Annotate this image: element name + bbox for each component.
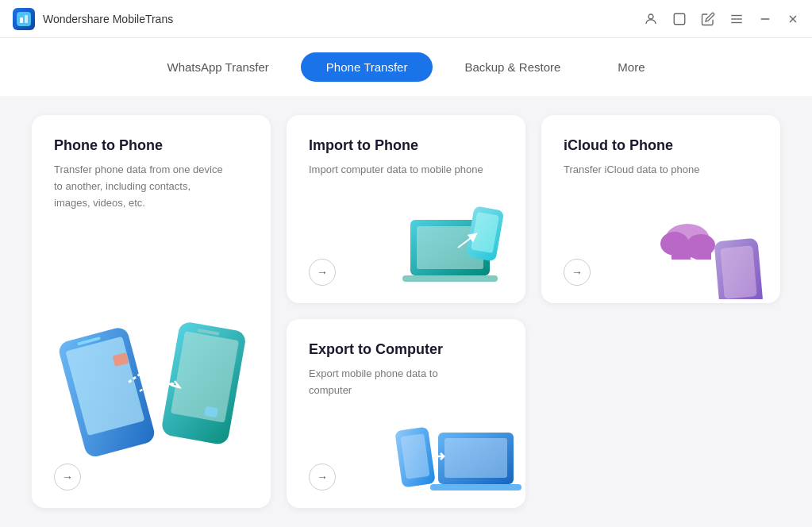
svg-rect-2 bbox=[25, 15, 28, 23]
phone-to-phone-illustration bbox=[46, 284, 260, 467]
card-export-arrow[interactable]: → bbox=[309, 464, 336, 490]
svg-point-3 bbox=[648, 14, 653, 19]
svg-rect-21 bbox=[402, 275, 498, 282]
card-import-to-phone[interactable]: Import to Phone Import computer data to … bbox=[287, 115, 525, 303]
card-icloud-to-phone[interactable]: iCloud to Phone Transfer iCloud data to … bbox=[541, 115, 780, 303]
card-icloud-title: iCloud to Phone bbox=[564, 137, 758, 154]
card-import-desc: Import computer data to mobile phone bbox=[309, 162, 483, 179]
nav-bar: WhatsApp Transfer Phone Transfer Backup … bbox=[0, 38, 812, 96]
card-phone-to-phone[interactable]: Phone to Phone Transfer phone data from … bbox=[32, 115, 271, 508]
tab-more[interactable]: More bbox=[592, 52, 670, 82]
app-icon bbox=[13, 8, 35, 30]
cards-grid: Phone to Phone Transfer phone data from … bbox=[32, 115, 780, 508]
card-phone-to-phone-title: Phone to Phone bbox=[54, 137, 248, 154]
import-illustration bbox=[394, 196, 521, 299]
minimize-icon[interactable] bbox=[758, 12, 772, 26]
user-icon[interactable] bbox=[644, 12, 658, 26]
svg-rect-33 bbox=[444, 438, 507, 478]
edit-icon[interactable] bbox=[701, 12, 715, 26]
tab-whatsapp-transfer[interactable]: WhatsApp Transfer bbox=[141, 52, 294, 82]
card-import-arrow[interactable]: → bbox=[309, 259, 336, 286]
svg-rect-29 bbox=[672, 245, 711, 260]
card-phone-to-phone-arrow[interactable]: → bbox=[54, 464, 81, 490]
card-icloud-arrow[interactable]: → bbox=[564, 259, 591, 286]
card-phone-to-phone-desc: Transfer phone data from one device to a… bbox=[54, 162, 229, 211]
card-export-title: Export to Computer bbox=[309, 341, 503, 358]
tab-backup-restore[interactable]: Backup & Restore bbox=[439, 52, 586, 82]
svg-rect-25 bbox=[720, 246, 756, 299]
menu-icon[interactable] bbox=[729, 12, 744, 26]
export-illustration bbox=[387, 401, 525, 504]
title-bar-controls bbox=[644, 12, 799, 26]
close-icon[interactable] bbox=[787, 13, 799, 25]
svg-rect-34 bbox=[430, 484, 521, 490]
card-export-desc: Export mobile phone data to computer bbox=[309, 366, 483, 399]
icloud-illustration bbox=[649, 196, 776, 299]
card-export-to-computer[interactable]: Export to Computer Export mobile phone d… bbox=[287, 319, 525, 508]
app-title: Wondershare MobileTrans bbox=[43, 13, 173, 25]
svg-rect-0 bbox=[17, 12, 31, 26]
svg-rect-12 bbox=[65, 337, 144, 436]
svg-rect-4 bbox=[674, 13, 685, 25]
card-import-title: Import to Phone bbox=[309, 137, 503, 154]
title-bar: Wondershare MobileTrans bbox=[0, 0, 812, 38]
window-icon[interactable] bbox=[672, 12, 687, 26]
main-content: Phone to Phone Transfer phone data from … bbox=[0, 96, 812, 527]
tab-phone-transfer[interactable]: Phone Transfer bbox=[301, 52, 433, 82]
title-bar-left: Wondershare MobileTrans bbox=[13, 8, 173, 30]
card-icloud-desc: Transfer iCloud data to phone bbox=[564, 162, 738, 179]
svg-rect-1 bbox=[20, 17, 23, 23]
